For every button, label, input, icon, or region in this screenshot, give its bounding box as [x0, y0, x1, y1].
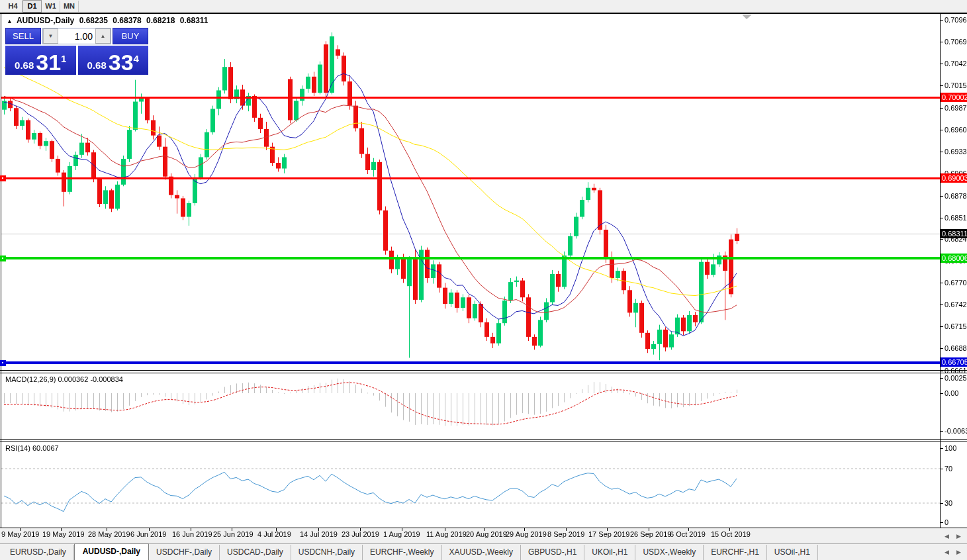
date-axis-label: 14 Jul 2019	[300, 530, 338, 538]
price-axis-tick: 0.66880	[944, 344, 967, 353]
ohlc-low: 0.68218	[146, 16, 175, 25]
price-axis-tag: 0.69003	[941, 173, 967, 183]
date-axis-label: 15 Oct 2019	[711, 530, 751, 538]
chart-symbol: AUDUSD-,Daily	[17, 16, 74, 25]
price-axis-tick: 0.69605	[944, 126, 967, 134]
ohlc-high: 0.68378	[113, 16, 141, 25]
volume-stepper: ▼ ▲	[42, 28, 111, 44]
rsi-indicator-label: RSI(14) 60.0067	[5, 444, 59, 452]
volume-decrease-button[interactable]: ▼	[43, 28, 58, 44]
date-axis-label: 19 May 2019	[42, 530, 85, 538]
date-axis-label: 26 Sep 2019	[630, 530, 671, 538]
date-axis-label: 9 May 2019	[1, 530, 39, 538]
price-axis-tick: 0.69875	[944, 104, 967, 113]
macd-axis-tick: -0.006326	[944, 427, 967, 436]
chart-tab-usdcnh-daily[interactable]: USDCNH-,Daily	[291, 545, 363, 560]
timeframe-button-mn[interactable]: MN	[60, 1, 79, 12]
date-axis-label: 16 Jun 2019	[172, 530, 212, 538]
price-axis-tag: 0.66705	[941, 357, 967, 367]
buy-price-sup: 4	[134, 46, 139, 72]
buy-price-big: 33	[109, 52, 134, 72]
rsi-axis-tick: 0	[944, 518, 967, 527]
date-axis-label: 17 Sep 2019	[588, 530, 629, 538]
sell-price-small: 0.68	[15, 59, 34, 72]
scroll-right-icon[interactable]: ▶	[956, 533, 961, 539]
rsi-axis-tick: 70	[944, 465, 967, 473]
date-axis-label: 4 Jul 2019	[257, 530, 291, 538]
ohlc-open: 0.68235	[79, 16, 108, 25]
one-click-trading-panel: SELL ▼ ▲ BUY 0.68 31 1 0.68 33 4	[5, 28, 148, 75]
price-axis-tag: 0.70002	[941, 93, 967, 102]
timeframe-button-h4[interactable]: H4	[4, 1, 23, 12]
chart-tab-bar: EURUSD-,DailyAUDUSD-,DailyUSDCHF-,DailyU…	[0, 543, 967, 560]
date-axis-label: 28 May 2019	[88, 530, 130, 538]
rsi-axis-tick: 30	[944, 499, 967, 508]
sell-price-box[interactable]: 0.68 31 1	[5, 46, 76, 75]
chart-tab-usdx-weekly[interactable]: USDX-,Weekly	[635, 545, 704, 560]
date-axis-label: 6 Oct 2019	[670, 530, 706, 538]
chart-tab-usdchf-daily[interactable]: USDCHF-,Daily	[149, 545, 220, 560]
date-axis-label: 20 Aug 2019	[466, 530, 507, 538]
price-axis-tick: 0.70150	[944, 81, 967, 90]
volume-increase-button[interactable]: ▲	[95, 28, 111, 44]
price-axis-tag: 0.68311	[941, 229, 967, 238]
chart-tab-usoil-h1[interactable]: USOil-,H1	[767, 545, 818, 560]
date-axis-label: 25 Jun 2019	[213, 530, 253, 538]
tabs-scroll-left-icon[interactable]: ◀	[944, 549, 949, 555]
ohlc-close: 0.68311	[180, 16, 208, 25]
price-axis-tick: 0.68785	[944, 192, 967, 201]
price-axis-tick: 0.70695	[944, 38, 967, 46]
volume-input[interactable]	[58, 28, 95, 44]
timeframe-button-d1[interactable]: D1	[23, 0, 42, 13]
rsi-axis-tick: 100	[944, 444, 967, 453]
sell-price-big: 31	[36, 52, 61, 72]
price-axis-tick: 0.67700	[944, 279, 967, 287]
sell-button[interactable]: SELL	[5, 28, 41, 44]
chart-tab-gbpusd-h1[interactable]: GBPUSD-,H1	[521, 545, 584, 560]
price-axis-tick: 0.70420	[944, 60, 967, 68]
timeframe-button-w1[interactable]: W1	[42, 1, 60, 12]
chart-tab-eurchf-h1[interactable]: EURCHF-,H1	[704, 545, 767, 560]
chart-tab-usdcad-daily[interactable]: USDCAD-,Daily	[220, 545, 291, 560]
buy-price-small: 0.68	[87, 59, 107, 72]
date-axis-label: 29 Aug 2019	[506, 530, 547, 538]
date-axis-label: 23 Jul 2019	[342, 530, 379, 538]
buy-price-box[interactable]: 0.68 33 4	[78, 46, 149, 75]
date-axis-label: 8 Sep 2019	[547, 530, 584, 538]
macd-axis-tick: 0.00	[944, 389, 967, 398]
price-axis-tick: 0.67155	[944, 322, 967, 331]
timeframe-toolbar: H4D1W1MN	[0, 0, 967, 13]
trading-terminal-window: H4D1W1MN ▲AUDUSD-,Daily 0.68235 0.68378 …	[0, 0, 967, 560]
macd-indicator-label: MACD(12,26,9) 0.000362 -0.000834	[5, 375, 123, 383]
price-axis-tick: 0.70965	[944, 16, 967, 24]
date-axis-label: 11 Aug 2019	[426, 530, 467, 538]
macd-axis-tick: 0.002574	[944, 374, 967, 383]
chart-tab-ukoil-h1[interactable]: UKOil-,H1	[584, 545, 635, 560]
sell-price-sup: 1	[61, 46, 66, 72]
chart-tab-audusd-daily[interactable]: AUDUSD-,Daily	[74, 543, 149, 560]
chart-tab-xauusd-weekly[interactable]: XAUUSD-,Weekly	[442, 545, 521, 560]
chart-canvas[interactable]	[0, 0, 967, 560]
price-axis-tick: 0.68515	[944, 214, 967, 222]
chart-tab-eurusd-daily[interactable]: EURUSD-,Daily	[3, 545, 74, 560]
date-axis-label: 6 Jun 2019	[130, 530, 166, 538]
tabs-scroll-right-icon[interactable]: ▶	[956, 549, 961, 555]
collapse-icon[interactable]: ▲	[7, 18, 13, 24]
chart-title: ▲AUDUSD-,Daily 0.68235 0.68378 0.68218 0…	[7, 16, 211, 25]
price-axis-tick: 0.69330	[944, 148, 967, 156]
chart-tab-eurchf-weekly[interactable]: EURCHF-,Weekly	[363, 545, 441, 560]
scroll-left-icon[interactable]: ◀	[944, 533, 949, 539]
price-axis-tag: 0.68006	[941, 254, 967, 263]
buy-button[interactable]: BUY	[113, 28, 148, 44]
date-axis-label: 1 Aug 2019	[383, 530, 420, 538]
price-axis-tick: 0.67425	[944, 301, 967, 309]
